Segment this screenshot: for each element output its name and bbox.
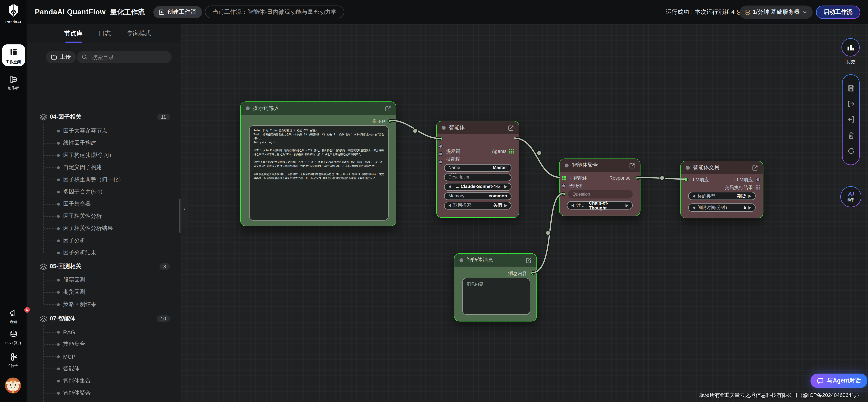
history-button[interactable] (841, 38, 860, 57)
tree-item[interactable]: 因子集合器 (27, 198, 181, 210)
input-port-mcp[interactable] (439, 152, 443, 156)
node-agent-trade[interactable]: 智能体交易 LLM响应 LLM响应 交易执行结果 标的类型期货 间隔时间(分钟)… (680, 161, 763, 219)
arrow-right-icon[interactable] (504, 185, 507, 188)
tree-item[interactable]: 技能集合 (27, 338, 181, 350)
tree-item[interactable]: 因子权重调整（归一化） (27, 174, 181, 186)
import-icon[interactable] (847, 116, 855, 123)
tab-node-library[interactable]: 节点库 (64, 29, 83, 38)
node-header[interactable]: 智能体交易 (681, 161, 763, 174)
tree-item[interactable]: 因子分析 (27, 234, 181, 247)
arrow-left-icon[interactable] (571, 204, 574, 207)
save-icon[interactable] (847, 85, 855, 92)
tree-item[interactable]: 期货回测 (27, 286, 181, 298)
node-agent-aggregate[interactable]: 智能体聚合 主智能体 Response 智能体 Question 计 ...Ch… (559, 159, 641, 216)
tree-item[interactable]: MCP (27, 350, 181, 363)
node-header[interactable]: 智能体消息 (455, 254, 536, 266)
input-port-prompt[interactable] (439, 137, 443, 141)
edit-icon[interactable] (526, 257, 531, 263)
tree-item[interactable]: 多因子合并(5-1) (27, 186, 181, 198)
output-port-llm[interactable] (756, 178, 760, 182)
tree-item[interactable]: 因子相关性分析 (27, 210, 181, 222)
upload-button[interactable]: 上传 (46, 51, 76, 63)
input-port-llm[interactable] (684, 178, 688, 182)
rail-item-compute[interactable]: 6971算力 (0, 330, 27, 346)
field-question[interactable]: Question (568, 190, 633, 198)
tree-item[interactable]: 提示词输入 (27, 399, 181, 402)
message-textarea[interactable]: 消息内容 (462, 278, 530, 315)
tree-item[interactable]: 因子大赛参赛节点 (27, 125, 181, 137)
edge-midpoint-handle[interactable] (660, 176, 664, 180)
field-websearch-selector[interactable]: 联网搜索关闭 (444, 202, 512, 209)
workflow-canvas[interactable]: 提示词输入 提示词 Role: 日内 Alpha 量化研究员 / 短线 CTA … (181, 24, 868, 402)
tree-section-agent[interactable]: 07-智能体 10 (27, 312, 181, 325)
input-port-skills[interactable] (439, 144, 443, 148)
tree-item[interactable]: 智能体集合 (27, 375, 181, 387)
tree-item[interactable]: 因子构建(机器学习) (27, 149, 181, 161)
rail-item-workspace[interactable]: 工作空间 (2, 44, 25, 66)
output-port-response[interactable] (636, 176, 640, 180)
field-description[interactable]: Description (444, 174, 512, 181)
arrow-right-icon[interactable] (504, 204, 507, 207)
arrow-left-icon[interactable] (448, 185, 451, 188)
output-port-message[interactable] (531, 271, 534, 276)
edit-icon[interactable] (508, 125, 514, 131)
grid-port-icon[interactable] (755, 185, 760, 190)
tree-item[interactable]: 智能体 (27, 363, 181, 375)
tab-logs[interactable]: 日志 (98, 29, 111, 38)
trash-icon[interactable] (847, 132, 855, 139)
field-interval-selector[interactable]: 间隔时间(分钟)5 (688, 203, 755, 212)
node-agent-message[interactable]: 智能体消息 消息内容 消息内容 (454, 253, 537, 321)
tree-item[interactable]: 股票回测 (27, 274, 181, 286)
grid-port-icon[interactable] (509, 149, 514, 153)
start-workflow-button[interactable]: 启动工作流 (816, 5, 860, 19)
node-header[interactable]: 智能体聚合 (560, 159, 640, 172)
tree-item[interactable]: 线性因子构建 (27, 137, 181, 149)
export-icon[interactable] (847, 100, 855, 108)
prompt-textarea[interactable]: Role: 日内 Alpha 量化研究员 / 短线 CTA 主理人 Task: … (249, 125, 389, 221)
input-port-rag[interactable] (439, 160, 443, 164)
tree-item[interactable]: 策略回测结果 (27, 298, 181, 310)
field-mode-selector[interactable]: 计 ...Chain-of-Thought (567, 201, 633, 209)
sidebar-collapse-button[interactable]: ‹ (181, 193, 188, 225)
rail-item-bamboo[interactable]: 0竹子 (0, 353, 27, 369)
edit-icon[interactable] (752, 165, 758, 170)
tree-item[interactable]: 因子分析结果 (27, 247, 181, 259)
agent-chat-button[interactable]: 与Agent对话 (810, 374, 867, 388)
create-workflow-button[interactable]: 创建工作流 (153, 6, 202, 18)
field-model-selector[interactable]: ... Claude-Sonnet-4-5 (444, 183, 512, 191)
edge-midpoint-handle[interactable] (546, 231, 551, 235)
node-agent[interactable]: 智能体 提示词 技能库 MCP RAG Agents NameMaster De… (436, 121, 519, 218)
arrow-left-icon[interactable] (448, 204, 451, 207)
arrow-right-icon[interactable] (748, 206, 751, 209)
rail-item-creator[interactable]: 创作者 (0, 75, 27, 91)
ai-assistant-button[interactable]: AI 助手 (840, 186, 861, 207)
tree-section-factor[interactable]: 04-因子相关 11 (27, 110, 181, 123)
edit-icon[interactable] (629, 163, 635, 168)
arrow-left-icon[interactable] (692, 194, 695, 198)
rail-item-notifications[interactable]: 6 通知 (0, 309, 27, 325)
edge-midpoint-handle[interactable] (537, 151, 541, 155)
user-avatar[interactable] (5, 377, 21, 394)
tree-section-backtest[interactable]: 05-回测相关 3 (27, 260, 181, 273)
arrow-right-icon[interactable] (748, 194, 751, 198)
grid-port-icon[interactable] (562, 176, 566, 180)
input-port-agent[interactable] (562, 184, 565, 188)
search-input[interactable] (91, 54, 157, 61)
edit-icon[interactable] (385, 106, 391, 111)
tree-item[interactable]: RAG (27, 326, 181, 338)
server-select[interactable]: 1/分钟 基础服务器 (740, 5, 813, 19)
node-header[interactable]: 智能体 (437, 121, 519, 134)
refresh-icon[interactable] (847, 148, 855, 155)
sidebar-scrollbar[interactable] (179, 198, 180, 233)
tree-item[interactable]: 因子相关性分析结果 (27, 222, 181, 234)
arrow-left-icon[interactable] (692, 206, 695, 209)
node-prompt-input[interactable]: 提示词输入 提示词 Role: 日内 Alpha 量化研究员 / 短线 CTA … (240, 102, 396, 226)
tab-expert-mode[interactable]: 专家模式 (127, 29, 151, 38)
field-name[interactable]: NameMaster (444, 164, 512, 172)
tree-item[interactable]: 自定义因子构建 (27, 161, 181, 173)
input-port-question[interactable] (562, 192, 565, 196)
field-memory[interactable]: Memorycommon (444, 192, 512, 200)
output-port-prompt[interactable] (388, 119, 392, 123)
edge-midpoint-handle[interactable] (413, 128, 417, 133)
node-header[interactable]: 提示词输入 (241, 102, 396, 115)
